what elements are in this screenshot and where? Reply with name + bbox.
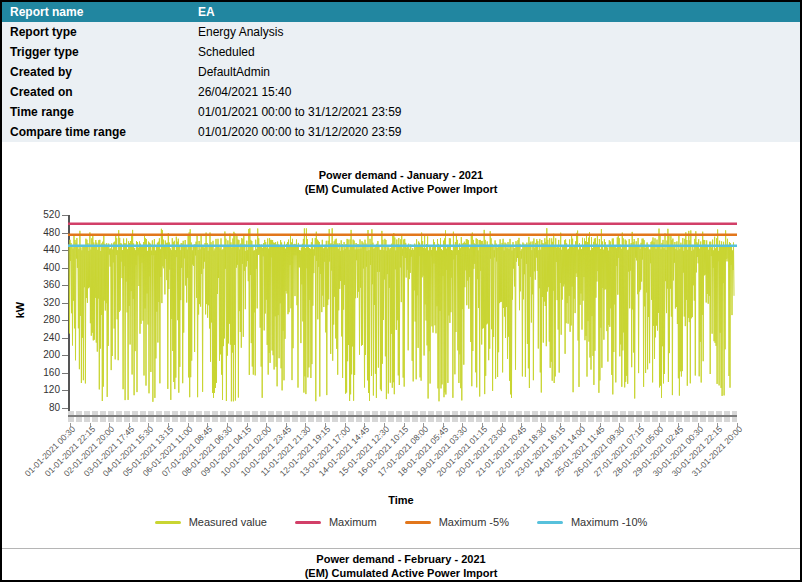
table-row: Report typeEnergy Analysis [2,22,800,42]
section-divider [2,548,800,549]
row-value: Scheduled [198,45,800,59]
legend-label: Maximum -5% [439,516,509,528]
legend-label: Maximum -10% [571,516,647,528]
legend-item-measured-value[interactable]: Measured value [155,516,267,528]
row-value: 01/01/2020 00:00 to 31/12/2020 23:59 [198,125,800,139]
y-tick-label: 520 [28,209,60,220]
x-axis-title: Time [2,494,800,506]
y-tick-label: 240 [28,332,60,343]
legend-item-maximum-5-[interactable]: Maximum -5% [405,516,509,528]
y-tick-label: 320 [28,297,60,308]
row-label: Compare time range [2,125,198,139]
legend-swatch [155,521,181,524]
report-table-body: Report typeEnergy AnalysisTrigger typeSc… [2,22,800,142]
row-value: Energy Analysis [198,25,800,39]
row-label: Report type [2,25,198,39]
y-tick-label: 160 [28,367,60,378]
table-row: Created byDefaultAdmin [2,62,800,82]
y-tick-label: 80 [28,402,60,413]
chart-title: Power demand - January - 2021 [2,169,800,181]
row-label: Time range [2,105,198,119]
table-row: Compare time range01/01/2020 00:00 to 31… [2,122,800,142]
report-name-value: EA [198,5,800,19]
legend-swatch [295,521,321,524]
table-row: Created on26/04/2021 15:40 [2,82,800,102]
y-tick-label: 480 [28,227,60,238]
report-table-header: Report name EA [2,2,800,22]
y-tick-label: 440 [28,244,60,255]
report-info-table: Report name EA Report typeEnergy Analysi… [2,2,800,142]
legend-label: Measured value [189,516,267,528]
y-tick-label: 280 [28,314,60,325]
chart-scrollbar-thumb[interactable] [68,415,737,417]
power-demand-chart [68,215,737,412]
legend-swatch [405,521,431,524]
row-value: 01/01/2021 00:00 to 31/12/2021 23:59 [198,105,800,119]
legend-item-maximum[interactable]: Maximum [295,516,377,528]
next-chart-subtitle: (EM) Cumulated Active Power Import [2,567,800,579]
y-tick-label: 200 [28,349,60,360]
y-axis-label: kW [14,302,26,319]
table-row: Time range01/01/2021 00:00 to 31/12/2021… [2,102,800,122]
legend-swatch [537,521,563,524]
row-label: Created on [2,85,198,99]
table-row: Trigger typeScheduled [2,42,800,62]
measured-value-series [69,228,734,402]
y-tick-label: 400 [28,262,60,273]
y-tick-label: 360 [28,279,60,290]
chart-legend: Measured valueMaximumMaximum -5%Maximum … [2,516,800,528]
row-value: 26/04/2021 15:40 [198,85,800,99]
legend-label: Maximum [329,516,377,528]
report-name-label: Report name [2,5,198,19]
row-label: Trigger type [2,45,198,59]
chart-scrollbar[interactable] [68,411,737,422]
legend-item-maximum-10-[interactable]: Maximum -10% [537,516,647,528]
y-tick-label: 120 [28,384,60,395]
report-page: Report name EA Report typeEnergy Analysi… [0,0,802,582]
row-value: DefaultAdmin [198,65,800,79]
next-chart-title: Power demand - February - 2021 [2,553,800,565]
row-label: Created by [2,65,198,79]
chart-subtitle: (EM) Cumulated Active Power Import [2,183,800,195]
